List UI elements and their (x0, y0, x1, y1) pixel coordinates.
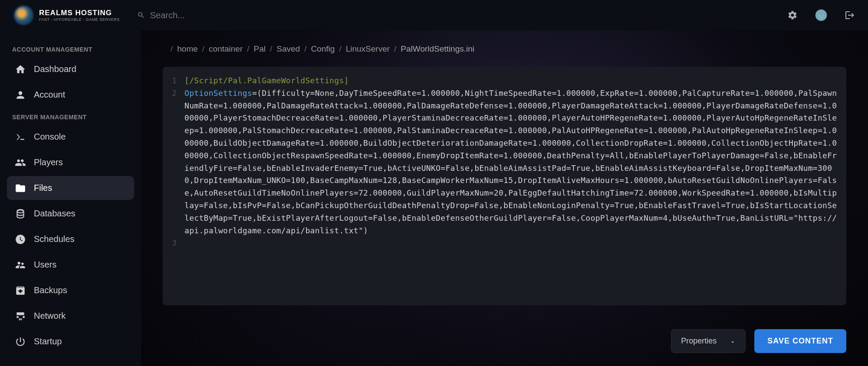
archive-icon (15, 286, 26, 295)
breadcrumb-item[interactable]: home (177, 44, 198, 54)
sidebar-item-label: Users (34, 260, 56, 270)
line-number: 1 (171, 75, 184, 87)
chevron-down-icon (730, 338, 736, 344)
file-type-dropdown[interactable]: Properties (671, 329, 746, 353)
sidebar-item-label: Dashboard (34, 64, 76, 74)
sidebar-item-backups[interactable]: Backups (7, 278, 134, 302)
sidebar-item-files[interactable]: Files (7, 176, 134, 200)
terminal-icon (15, 132, 26, 142)
sidebar-item-label: Network (34, 311, 66, 321)
section-server-label: SERVER MANAGEMENT (7, 109, 134, 125)
home-icon (15, 65, 26, 74)
users-icon (15, 158, 26, 167)
breadcrumb-item[interactable]: LinuxServer (346, 44, 390, 54)
search-input[interactable] (150, 10, 280, 20)
sidebar-item-databases[interactable]: Databases (7, 202, 134, 225)
search-icon (137, 11, 145, 19)
sidebar-item-console[interactable]: Console (7, 125, 134, 149)
sidebar-item-label: Databases (34, 209, 76, 219)
logo[interactable]: REALMS HOSTING FAST - AFFORDABLE - GAME … (13, 5, 120, 26)
breadcrumb-sep: / (339, 44, 341, 54)
line-number: 2 (171, 87, 184, 237)
folder-icon (15, 183, 26, 193)
breadcrumb-sep: / (270, 44, 272, 54)
sidebar-item-schedules[interactable]: Schedules (7, 227, 134, 251)
users-cog-icon (15, 260, 26, 270)
sidebar-item-label: Console (34, 132, 66, 142)
code-editor[interactable]: 1 [/Script/Pal.PalGameWorldSettings] 2 O… (163, 67, 846, 305)
user-icon (15, 90, 26, 100)
sidebar-item-label: Schedules (34, 234, 74, 244)
code-line-1: [/Script/Pal.PalGameWorldSettings] (184, 76, 349, 85)
logo-title: REALMS HOSTING (39, 9, 120, 17)
power-icon (15, 337, 26, 346)
sidebar-item-startup[interactable]: Startup (7, 330, 134, 353)
breadcrumb-sep: / (202, 44, 204, 54)
save-content-button[interactable]: SAVE CONTENT (754, 329, 846, 353)
sidebar-item-network[interactable]: Network (7, 304, 134, 328)
sidebar: ACCOUNT MANAGEMENT Dashboard Account SER… (0, 30, 141, 366)
settings-icon[interactable] (787, 10, 798, 20)
logout-icon[interactable] (845, 10, 855, 20)
sidebar-item-dashboard[interactable]: Dashboard (7, 57, 134, 81)
database-icon (15, 209, 26, 219)
breadcrumb: / home / container / Pal / Saved / Confi… (141, 30, 868, 62)
breadcrumb-sep: / (304, 44, 306, 54)
clock-icon (15, 235, 26, 244)
avatar[interactable]: -_- (815, 9, 827, 21)
breadcrumb-item[interactable]: container (209, 44, 243, 54)
logo-icon (13, 5, 34, 26)
breadcrumb-item[interactable]: Pal (254, 44, 266, 54)
breadcrumb-sep: / (247, 44, 249, 54)
breadcrumb-sep: / (171, 44, 173, 54)
breadcrumb-current: PalWorldSettings.ini (401, 44, 474, 54)
code-line-2: OptionSettings=(Difficulty=None,DayTimeS… (184, 87, 838, 237)
breadcrumb-item[interactable]: Saved (276, 44, 300, 54)
sidebar-item-users[interactable]: Users (7, 253, 134, 277)
line-number: 3 (171, 237, 184, 249)
dropdown-label: Properties (681, 337, 717, 346)
code-line-3 (184, 237, 838, 249)
sidebar-item-players[interactable]: Players (7, 150, 134, 174)
logo-subtitle: FAST - AFFORDABLE - GAME SERVERS (39, 17, 120, 22)
breadcrumb-item[interactable]: Config (311, 44, 335, 54)
section-account-label: ACCOUNT MANAGEMENT (7, 42, 134, 57)
sidebar-item-label: Files (34, 183, 52, 193)
search-container (137, 10, 787, 20)
sidebar-item-account[interactable]: Account (7, 83, 134, 107)
sidebar-item-label: Startup (34, 337, 62, 346)
sidebar-item-label: Account (34, 90, 65, 100)
main-content: / home / container / Pal / Saved / Confi… (141, 30, 868, 366)
sidebar-item-label: Players (34, 157, 63, 167)
sidebar-item-label: Backups (34, 285, 67, 295)
breadcrumb-sep: / (394, 44, 396, 54)
network-icon (15, 311, 26, 321)
